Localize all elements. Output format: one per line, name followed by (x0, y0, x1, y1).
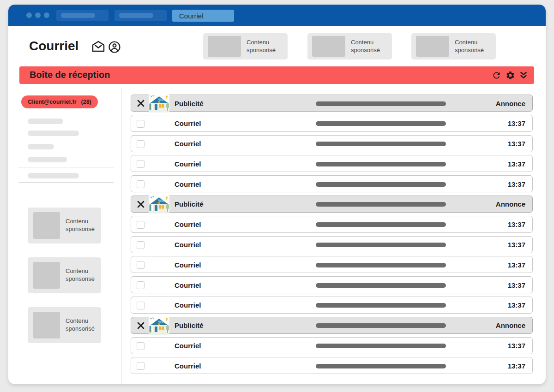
email-time: 13:37 (508, 261, 525, 268)
email-subject-placeholder (316, 121, 446, 126)
email-time: 13:37 (508, 342, 525, 350)
email-checkbox[interactable] (137, 221, 145, 229)
close-ad-icon[interactable] (136, 99, 145, 108)
sidebar-placeholder-item (28, 157, 67, 162)
email-subject-placeholder (316, 222, 446, 227)
email-checkbox[interactable] (137, 362, 145, 370)
email-checkbox[interactable] (137, 281, 145, 289)
email-row[interactable]: Courriel 13:37 (131, 216, 533, 233)
email-row[interactable]: Courriel 13:37 (131, 297, 533, 314)
email-time: 13:37 (508, 281, 525, 289)
email-row-label: Courriel (175, 220, 201, 228)
ad-thumbnail (33, 262, 60, 289)
email-row[interactable]: Courriel 13:37 (131, 155, 533, 172)
email-time: 13:37 (508, 241, 525, 249)
ad-thumbnail (33, 312, 60, 339)
account-badge[interactable]: Client@courriel.fr (28) (21, 95, 98, 108)
ad-text-placeholder (316, 323, 446, 328)
sidebar-placeholder-item (28, 144, 54, 149)
email-checkbox[interactable] (137, 302, 145, 309)
email-checkbox[interactable] (137, 160, 145, 168)
email-row[interactable]: Courriel 13:37 (131, 175, 533, 192)
email-checkbox[interactable] (137, 261, 145, 269)
ad-text-placeholder (316, 202, 446, 207)
email-subject-placeholder (316, 303, 446, 308)
sidebar-separator (18, 167, 114, 167)
page-background: Courriel Courriel Contenusponsorisé (0, 0, 554, 392)
sponsored-label: Contenusponsorisé (247, 38, 276, 54)
email-checkbox[interactable] (137, 140, 145, 148)
email-row-label: Courriel (175, 119, 201, 127)
ad-text-placeholder (316, 101, 446, 106)
email-subject-placeholder (316, 162, 446, 166)
email-row[interactable]: Courriel 13:37 (131, 337, 533, 354)
ad-badge: Annonce (496, 200, 525, 208)
email-subject-placeholder (316, 344, 446, 348)
email-row[interactable]: Courriel 13:37 (131, 115, 533, 132)
ad-thumbnail (33, 212, 60, 239)
ad-row-label: Publicité (175, 99, 204, 107)
email-subject-placeholder (316, 283, 446, 288)
email-row-label: Courriel (175, 140, 201, 148)
sidebar-placeholder-item (28, 131, 79, 136)
account-icon[interactable] (108, 41, 121, 55)
sponsored-label: Contenusponsorisé (66, 217, 95, 233)
email-checkbox[interactable] (137, 342, 145, 350)
email-row[interactable]: Courriel 13:37 (131, 236, 533, 253)
unread-count: (28) (81, 99, 91, 105)
refresh-icon[interactable] (492, 71, 501, 80)
ad-row[interactable]: Publicité Annonce (131, 95, 533, 112)
sidebar-sponsored-ad-1[interactable]: Contenusponsorisé (28, 208, 101, 244)
tab-courriel[interactable]: Courriel (172, 10, 234, 22)
window-controls[interactable] (26, 12, 49, 18)
sidebar-divider (121, 88, 121, 384)
browser-chrome: Courriel (8, 5, 546, 26)
window-control-dot[interactable] (26, 12, 32, 18)
email-row[interactable]: Courriel 13:37 (131, 276, 533, 293)
tab-placeholder-2[interactable] (114, 10, 167, 21)
close-ad-icon[interactable] (136, 200, 145, 209)
email-row-label: Courriel (175, 362, 201, 369)
sponsored-label: Contenusponsorisé (351, 38, 380, 54)
sidebar-placeholder-item (28, 119, 63, 124)
ad-badge: Annonce (496, 99, 525, 107)
sidebar-placeholder-item (28, 173, 79, 178)
header-sponsored-ad-3[interactable]: Contenusponsorisé (411, 33, 496, 59)
mail-icon[interactable] (91, 40, 105, 54)
email-subject-placeholder (316, 263, 446, 267)
email-row-label: Courriel (175, 281, 201, 289)
sponsored-label: Contenusponsorisé (455, 38, 484, 54)
email-checkbox[interactable] (137, 180, 145, 188)
ad-badge: Annonce (496, 321, 525, 329)
settings-gear-icon[interactable] (506, 71, 515, 80)
sidebar-sponsored-ad-3[interactable]: Contenusponsorisé (28, 307, 101, 343)
tab-courriel-label: Courriel (179, 12, 204, 20)
email-subject-placeholder (316, 364, 446, 368)
email-time: 13:37 (508, 160, 525, 167)
header-sponsored-ad-2[interactable]: Contenusponsorisé (307, 33, 392, 59)
double-chevron-down-icon[interactable] (519, 71, 528, 80)
header-sponsored-ad-1[interactable]: Contenusponsorisé (203, 33, 288, 59)
email-row-label: Courriel (175, 342, 201, 350)
sidebar-separator (18, 182, 114, 183)
close-ad-icon[interactable] (136, 321, 145, 330)
email-row-label: Courriel (175, 160, 201, 167)
tab-placeholder-1[interactable] (56, 10, 108, 21)
ad-row[interactable]: Publicité Annonce (131, 196, 533, 213)
email-row-label: Courriel (175, 301, 201, 309)
email-checkbox[interactable] (137, 241, 145, 249)
sidebar-sponsored-ad-2[interactable]: Contenusponsorisé (28, 257, 101, 293)
email-row[interactable]: Courriel 13:37 (131, 357, 533, 374)
email-row[interactable]: Courriel 13:37 (131, 256, 533, 273)
ad-thumbnail (312, 36, 345, 57)
email-time: 13:37 (508, 119, 525, 127)
window-control-dot[interactable] (35, 12, 41, 18)
email-time: 13:37 (508, 362, 525, 369)
email-row[interactable]: Courriel 13:37 (131, 135, 533, 152)
sponsored-label: Contenusponsorisé (66, 267, 95, 283)
tab-placeholder-title (61, 13, 95, 18)
window-control-dot[interactable] (44, 12, 49, 18)
email-time: 13:37 (508, 301, 525, 309)
email-checkbox[interactable] (137, 120, 145, 128)
ad-row[interactable]: Publicité Annonce (131, 317, 533, 334)
